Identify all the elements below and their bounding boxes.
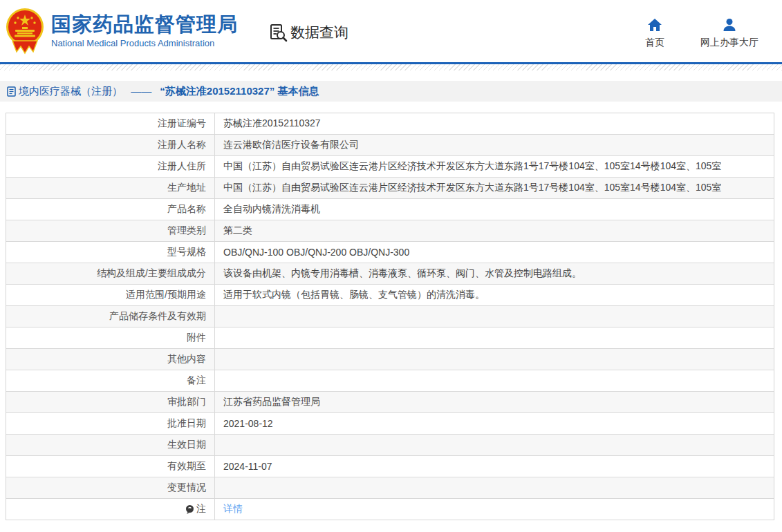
row-value: OBJ/QNJ-100 OBJ/QNJ-200 OBJ/QNJ-300 bbox=[215, 247, 774, 258]
row-label: 审批部门 bbox=[6, 392, 215, 412]
data-query-block: 数据查询 bbox=[269, 23, 348, 42]
row-label: 注册人住所 bbox=[6, 156, 215, 177]
row-label: 型号规格 bbox=[6, 242, 215, 263]
row-label: 结构及组成/主要组成成分 bbox=[6, 263, 215, 284]
nav-item-home[interactable]: 首页 bbox=[645, 18, 664, 49]
breadcrumb-bar: 境内医疗器械（注册） —— “苏械注准20152110327” 基本信息 bbox=[0, 81, 782, 102]
row-value: 全自动内镜清洗消毒机 bbox=[215, 203, 774, 216]
table-row: 变更情况 bbox=[6, 477, 774, 499]
row-label: 变更情况 bbox=[6, 477, 215, 498]
table-row: 产品储存条件及有效期 bbox=[6, 306, 774, 327]
row-label: 有效期至 bbox=[6, 456, 215, 477]
table-row: 注册人名称 连云港欧倍洁医疗设备有限公司 bbox=[6, 135, 774, 156]
row-label: 产品储存条件及有效期 bbox=[6, 306, 215, 327]
nav-home-label: 首页 bbox=[645, 37, 664, 49]
row-label: 批准日期 bbox=[6, 413, 215, 434]
row-label: 备注 bbox=[6, 370, 215, 391]
row-value: 该设备由机架、内镜专用消毒槽、消毒液泵、循环泵、阀门、水管及控制电路组成。 bbox=[215, 267, 774, 280]
page-title: “苏械注准20152110327” 基本信息 bbox=[160, 85, 319, 97]
table-row: 注 详情 bbox=[6, 499, 774, 520]
row-label: 适用范围/预期用途 bbox=[6, 285, 215, 305]
details-link[interactable]: 详情 bbox=[223, 503, 243, 514]
table-row: 生产地址 中国（江苏）自由贸易试验区连云港片区经济技术开发区东方大道东路1号17… bbox=[6, 178, 774, 199]
document-icon bbox=[7, 86, 16, 97]
row-value: 中国（江苏）自由贸易试验区连云港片区经济技术开发区东方大道东路1号17号楼104… bbox=[215, 182, 774, 194]
document-search-icon bbox=[269, 23, 288, 42]
table-row: 有效期至 2024-11-07 bbox=[6, 456, 774, 477]
row-value: 适用于软式内镜（包括胃镜、肠镜、支气管镜）的清洗消毒。 bbox=[215, 289, 774, 301]
nav-hall-label: 网上办事大厅 bbox=[700, 37, 758, 49]
row-value: 中国（江苏）自由贸易试验区连云港片区经济技术开发区东方大道东路1号17号楼104… bbox=[215, 160, 774, 173]
table-row: 附件 bbox=[6, 327, 774, 349]
national-emblem-logo bbox=[6, 6, 44, 56]
header-nav: 首页 网上办事大厅 bbox=[645, 18, 758, 49]
home-icon bbox=[647, 18, 662, 32]
table-row: 其他内容 bbox=[6, 349, 774, 370]
org-name-zh: 国家药品监督管理局 bbox=[51, 14, 238, 36]
table-row: 生效日期 bbox=[6, 435, 774, 456]
table-row: 型号规格 OBJ/QNJ-100 OBJ/QNJ-200 OBJ/QNJ-300 bbox=[6, 242, 774, 263]
row-value: 连云港欧倍洁医疗设备有限公司 bbox=[215, 139, 774, 151]
table-row: 注册人住所 中国（江苏）自由贸易试验区连云港片区经济技术开发区东方大道东路1号1… bbox=[6, 156, 774, 178]
row-label: 产品名称 bbox=[6, 199, 215, 220]
row-label: 生效日期 bbox=[6, 435, 215, 455]
org-name-en: National Medical Products Administration bbox=[51, 38, 238, 48]
table-row: 结构及组成/主要组成成分 该设备由机架、内镜专用消毒槽、消毒液泵、循环泵、阀门、… bbox=[6, 263, 774, 285]
row-label: 注册证编号 bbox=[6, 113, 215, 134]
table-row: 管理类别 第二类 bbox=[6, 220, 774, 242]
table-row: 适用范围/预期用途 适用于软式内镜（包括胃镜、肠镜、支气管镜）的清洗消毒。 bbox=[6, 285, 774, 306]
row-value: 江苏省药品监督管理局 bbox=[215, 396, 774, 408]
table-row: 批准日期 2021-08-12 bbox=[6, 413, 774, 435]
row-label: 其他内容 bbox=[6, 349, 215, 370]
site-header: 国家药品监督管理局 National Medical Products Admi… bbox=[0, 0, 782, 62]
row-value: 2021-08-12 bbox=[215, 418, 774, 429]
row-value: 苏械注准20152110327 bbox=[215, 117, 774, 130]
row-label: 生产地址 bbox=[6, 178, 215, 198]
row-label: 注 bbox=[6, 499, 215, 520]
user-icon bbox=[722, 18, 737, 32]
breadcrumb-category[interactable]: 境内医疗器械（注册） bbox=[19, 85, 122, 97]
table-row: 备注 bbox=[6, 370, 774, 392]
nav-item-service-hall[interactable]: 网上办事大厅 bbox=[700, 18, 758, 49]
row-value: 详情 bbox=[215, 503, 774, 515]
row-value: 2024-11-07 bbox=[215, 461, 774, 472]
registration-detail-table: 注册证编号 苏械注准20152110327 注册人名称 连云港欧倍洁医疗设备有限… bbox=[6, 113, 774, 520]
row-label: 注册人名称 bbox=[6, 135, 215, 155]
row-label: 附件 bbox=[6, 327, 215, 348]
breadcrumb-dash: —— bbox=[131, 85, 151, 97]
row-label: 管理类别 bbox=[6, 220, 215, 241]
table-row: 审批部门 江苏省药品监督管理局 bbox=[6, 392, 774, 413]
table-row: 注册证编号 苏械注准20152110327 bbox=[6, 113, 774, 135]
hatch-pattern-band bbox=[0, 64, 782, 70]
org-title-block: 国家药品监督管理局 National Medical Products Admi… bbox=[51, 14, 238, 48]
row-label-text: 注 bbox=[196, 503, 206, 515]
data-query-label: 数据查询 bbox=[290, 23, 348, 42]
row-value: 第二类 bbox=[215, 225, 774, 237]
note-bullet-icon bbox=[185, 504, 194, 515]
table-row: 产品名称 全自动内镜清洗消毒机 bbox=[6, 199, 774, 220]
